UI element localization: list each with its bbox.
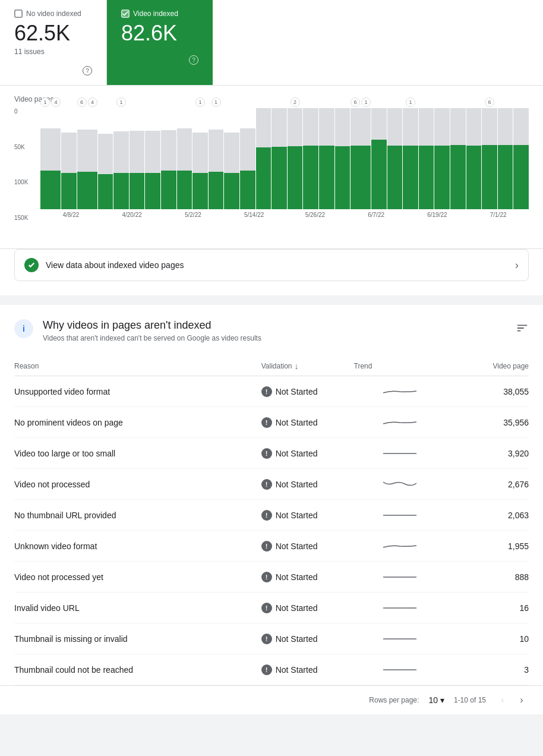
td-reason: No thumbnail URL provided	[14, 500, 261, 531]
bar-group	[272, 97, 287, 209]
bar-group: 2	[288, 97, 303, 209]
notif-badge[interactable]: 6	[351, 97, 360, 107]
why-subtitle: Videos that aren't indexed can't be serv…	[43, 334, 261, 342]
table-row[interactable]: Thumbnail is missing or invalid!Not Star…	[14, 623, 529, 654]
notif-badge[interactable]: 6	[77, 97, 87, 107]
bar-stack	[40, 108, 61, 209]
warning-icon: !	[261, 572, 272, 582]
notif-badge[interactable]: 1	[195, 97, 205, 107]
next-page-button[interactable]: ›	[514, 693, 529, 707]
table-row[interactable]: Unknown video format!Not Started1,955	[14, 531, 529, 562]
notif-badge[interactable]: 1	[40, 97, 50, 107]
no-video-card: No video indexed 62.5K 11 issues ?	[0, 0, 107, 85]
no-video-label: No video indexed	[26, 10, 81, 18]
bar-gray	[371, 108, 387, 139]
td-trend	[354, 469, 447, 500]
chart-notifications: 1	[116, 97, 126, 107]
table-row[interactable]: Video not processed!Not Started2,676	[14, 469, 529, 500]
td-reason: Video not processed	[14, 469, 261, 500]
table-row[interactable]: No thumbnail URL provided!Not Started2,0…	[14, 500, 529, 531]
notif-badge[interactable]: 1	[116, 97, 126, 107]
trend-line	[382, 570, 418, 582]
warning-icon: !	[261, 448, 272, 459]
notif-badge[interactable]: 1	[361, 97, 371, 107]
bar-group: 6	[482, 97, 497, 209]
bar-group: 61	[351, 97, 371, 209]
no-video-help-icon[interactable]: ?	[83, 66, 92, 75]
table-row[interactable]: Video not processed yet!Not Started888	[14, 562, 529, 593]
trend-line	[382, 508, 418, 520]
th-validation[interactable]: Validation ↓	[261, 357, 354, 376]
chart-notifications: 14	[40, 97, 61, 107]
bar-green	[224, 173, 239, 209]
bar-stack	[240, 108, 255, 209]
td-trend	[354, 438, 447, 469]
notif-badge[interactable]: 1	[406, 97, 415, 107]
prev-page-button[interactable]: ‹	[495, 693, 510, 707]
notif-badge[interactable]: 1	[211, 97, 221, 107]
notif-badge[interactable]: 6	[485, 97, 494, 107]
bar-stack	[77, 108, 97, 209]
indexed-label: Video indexed	[133, 10, 178, 18]
bar-group	[177, 97, 192, 209]
td-reason: Invalid video URL	[14, 593, 261, 623]
chart-notifications: 2	[291, 97, 300, 107]
warning-icon: !	[261, 603, 272, 613]
bar-green	[303, 146, 318, 209]
trend-line	[382, 632, 418, 644]
bar-gray	[387, 108, 403, 146]
table-row[interactable]: No prominent videos on page!Not Started3…	[14, 407, 529, 438]
bar-group	[98, 97, 113, 209]
bar-green	[192, 173, 208, 209]
bar-green	[240, 171, 255, 209]
bar-group	[466, 97, 482, 209]
bar-group	[224, 97, 239, 209]
bar-green	[177, 171, 192, 209]
th-reason: Reason	[14, 357, 261, 376]
bar-stack	[319, 108, 334, 209]
bar-green	[130, 173, 145, 209]
notif-badge[interactable]: 4	[51, 97, 61, 107]
bar-green	[145, 173, 160, 209]
why-title: Why videos in pages aren't indexed	[43, 319, 261, 332]
th-video-page: Video page	[446, 357, 529, 376]
bar-group	[387, 97, 403, 209]
chart-container: 150K 100K 50K 0 146411126116 4/8/224/20/…	[14, 108, 529, 239]
bar-stack	[387, 108, 403, 209]
bar-gray	[288, 108, 303, 146]
rows-per-page-label: Rows per page:	[369, 696, 419, 704]
page-select[interactable]: 10 ▾	[428, 695, 444, 705]
indexed-card: Video indexed 82.6K ?	[107, 0, 213, 85]
y-label-1: 100K	[14, 179, 40, 185]
table-row[interactable]: Video too large or too small!Not Started…	[14, 438, 529, 469]
view-data-card[interactable]: View data about indexed video pages ›	[14, 249, 529, 281]
table-row[interactable]: Invalid video URL!Not Started16	[14, 593, 529, 623]
indexed-help-icon[interactable]: ?	[189, 55, 198, 65]
chart-xaxis-item: 4/8/22	[40, 212, 102, 218]
trend-line	[382, 415, 418, 427]
bar-stack	[256, 108, 272, 209]
table-row[interactable]: Thumbnail could not be reached!Not Start…	[14, 654, 529, 685]
notif-badge[interactable]: 2	[291, 97, 300, 107]
bar-green	[256, 147, 272, 209]
bar-green	[288, 146, 303, 209]
trend-line	[382, 446, 418, 458]
bar-stack	[177, 108, 192, 209]
td-reason: Thumbnail is missing or invalid	[14, 623, 261, 654]
indexed-header: Video indexed	[121, 10, 198, 18]
bar-stack	[288, 108, 303, 209]
bar-stack	[498, 108, 513, 209]
td-video-page: 2,676	[446, 469, 529, 500]
notif-badge[interactable]: 4	[88, 97, 97, 107]
why-header: i Why videos in pages aren't indexed Vid…	[14, 319, 529, 342]
td-video-page: 3,920	[446, 438, 529, 469]
chart-notifications: 1	[211, 97, 221, 107]
chart-section: Video pages 150K 100K 50K 0 146411126116…	[0, 86, 543, 249]
bar-stack	[466, 108, 482, 209]
trend-line	[382, 539, 418, 551]
bar-stack	[482, 108, 497, 209]
bar-stack	[209, 108, 224, 209]
filter-icon[interactable]	[516, 319, 529, 338]
table-row[interactable]: Unsupported video format!Not Started38,0…	[14, 376, 529, 407]
td-validation: !Not Started	[261, 654, 354, 685]
